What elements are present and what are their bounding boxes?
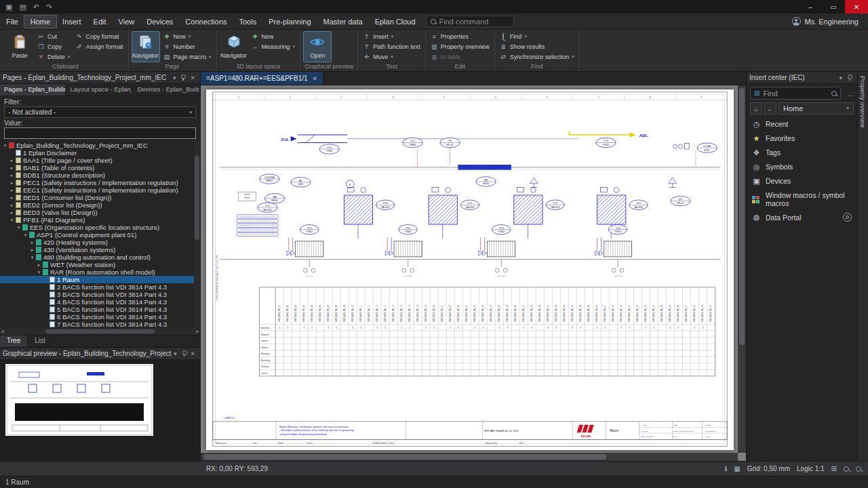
tree-item[interactable]: ▸BDB1 (Structure description): [0, 171, 200, 179]
layers-icon[interactable]: ⊞: [831, 465, 837, 472]
copy-button[interactable]: ❐Copy: [35, 42, 73, 52]
panel-tab-1[interactable]: Layout space - Eplan_Bu...: [66, 84, 133, 96]
tree-item[interactable]: ▾ASP1 (Control equipment plant 01): [0, 231, 200, 239]
tree-item[interactable]: 3 BACS function list VDI 3814 Part 4.3: [0, 291, 200, 298]
tree-item[interactable]: 7 BACS function list VDI 3814 Part 4.3: [0, 321, 200, 328]
tree-item[interactable]: ▸420 (Heating systems): [0, 239, 200, 246]
insert-center-find-input[interactable]: ⊞ Find: [750, 87, 841, 100]
tree-item[interactable]: ▾EES (Organization specific location str…: [0, 224, 200, 231]
logic-setting[interactable]: Logic 1:1: [797, 465, 825, 472]
value-input[interactable]: [4, 127, 196, 139]
breadcrumb[interactable]: Home ▾: [778, 102, 854, 115]
tree-item[interactable]: 1 Raum: [0, 276, 200, 283]
navigator-button[interactable]: Navigator: [132, 31, 160, 62]
menu-tab-eplan-cloud[interactable]: Eplan Cloud: [369, 16, 422, 28]
insert-item-data-portal[interactable]: ◍Data Portal0: [747, 210, 857, 224]
menu-tab-view[interactable]: View: [113, 16, 141, 28]
minimize-icon[interactable]: –: [799, 0, 822, 14]
tree-item[interactable]: ▸BED3 (Valve list (Design)): [0, 209, 200, 216]
app4-icon[interactable]: ↷: [46, 3, 52, 12]
canvas-horizontal-scrollbar[interactable]: [201, 453, 738, 461]
insert-item-devices[interactable]: ▣Devices: [747, 174, 857, 188]
property-overview-button[interactable]: ▥Property overview: [429, 42, 492, 52]
insert-item-symbols[interactable]: ◎Symbols: [747, 160, 857, 174]
find-button[interactable]: Find▾: [498, 32, 576, 41]
chevron-down-icon[interactable]: ▾: [171, 75, 178, 81]
info-icon[interactable]: ℹ: [724, 465, 727, 472]
user-account[interactable]: Ms. Engineering: [792, 17, 868, 26]
zoom-in-icon[interactable]: [844, 466, 849, 472]
tree-item[interactable]: 6 BACS function list VDI 3814 Part 4.3: [0, 313, 200, 321]
tab-property-overview[interactable]: Property overview: [859, 76, 867, 127]
tree-item[interactable]: ▾Eplan_Building_Technology_Project_mm_IE…: [0, 142, 200, 149]
close-icon[interactable]: ✕: [845, 0, 868, 14]
tree-item[interactable]: ▸WET (Weather station): [0, 261, 200, 268]
find-command-box[interactable]: Find command: [426, 16, 514, 27]
insert-item-tags[interactable]: ❖Tags: [747, 146, 857, 160]
insert-item-window-macros-symbol-macros[interactable]: Window macros / symbol macros: [747, 188, 857, 210]
editor-tab[interactable]: =ASP1=480.RAR+=EES&PFB1/1 ✕: [201, 72, 323, 85]
zoom-window-icon[interactable]: [856, 466, 861, 472]
tree-item[interactable]: ▸PEC1 (Safety instructions / Implementat…: [0, 179, 200, 186]
tree-item[interactable]: ▸EEC1 (Safety instructions / Implementat…: [0, 186, 200, 194]
panel-tab-0[interactable]: Pages - Eplan_Building_...: [0, 84, 66, 96]
synchronize-selection-button[interactable]: ⇄Synchronize selection▾: [498, 52, 576, 62]
insert-item-recent[interactable]: ◷Recent: [747, 117, 857, 131]
menu-tab-edit[interactable]: Edit: [87, 16, 113, 28]
chevron-down-icon[interactable]: ▾: [172, 350, 179, 357]
tree-item[interactable]: ▸BED1 (Consumer list (Design)): [0, 194, 200, 201]
tree-item[interactable]: ▸430 (Ventilation systems): [0, 246, 200, 253]
tree-item[interactable]: 1 Eplan Disclaimer: [0, 149, 200, 157]
cut-button[interactable]: ✂Cut: [35, 32, 73, 41]
insert-button[interactable]: TInsert▾: [361, 32, 422, 41]
measuring-button[interactable]: ↔Measuring▾: [250, 42, 298, 52]
tree-item[interactable]: ▸BAB1 (Table of contents): [0, 164, 200, 171]
close-icon[interactable]: ✕: [188, 350, 197, 357]
number-button[interactable]: #Number: [161, 42, 214, 52]
new-button[interactable]: ✚New: [250, 32, 298, 41]
tree-vertical-scrollbar[interactable]: [194, 141, 200, 328]
properties-button[interactable]: ≡Properties: [429, 32, 492, 41]
menu-tab-master-data[interactable]: Master data: [317, 16, 369, 28]
tree-item[interactable]: 4 BACS function list VDI 3814 Part 4.3: [0, 298, 200, 306]
home-icon[interactable]: ⌂: [750, 102, 762, 115]
pin-icon[interactable]: [846, 75, 852, 81]
pin-icon[interactable]: [181, 350, 186, 357]
menu-tab-pre-planning[interactable]: Pre-planning: [262, 16, 317, 28]
delete-button[interactable]: ✕Delete▾: [35, 52, 73, 62]
tree-item[interactable]: ▸BAA1 (Title page / cover sheet): [0, 157, 200, 164]
navigator-button[interactable]: Navigator: [220, 31, 248, 62]
paste-button[interactable]: Paste: [5, 31, 34, 62]
new-button[interactable]: ✚New▾: [161, 32, 214, 41]
page-macro-button[interactable]: ▤Page macro▾: [161, 52, 214, 62]
panel-tab-2[interactable]: Devices - Eplan_Building...: [133, 84, 200, 96]
move-button[interactable]: ✛Move▾: [361, 52, 422, 62]
tree-item[interactable]: ▾480 (Building automation and control): [0, 253, 200, 261]
more-button[interactable]: ...: [844, 89, 857, 98]
tab-list[interactable]: List: [28, 336, 53, 347]
drawing-canvas[interactable]: 0123456789Eplan_Building_Technology_Proj…: [201, 85, 746, 461]
chevron-down-icon[interactable]: ▾: [837, 75, 844, 81]
insert-item-favorites[interactable]: ★Favorites: [747, 131, 857, 146]
tree-item[interactable]: ▾RAR (Room automation shell model): [0, 268, 200, 276]
grid-setting[interactable]: Grid: 0,50 mm: [747, 465, 790, 472]
app3-icon[interactable]: ↶: [33, 3, 39, 12]
pin-icon[interactable]: [180, 75, 186, 81]
tree-item[interactable]: ▸BED2 (Sensor list (Design)): [0, 201, 200, 209]
filter-dropdown[interactable]: - Not activated - ▾: [4, 106, 196, 118]
tree-horizontal-scrollbar[interactable]: ◂▸: [0, 328, 200, 335]
back-icon[interactable]: ←: [764, 102, 776, 115]
app2-icon[interactable]: ▤: [19, 3, 26, 12]
in-table-button[interactable]: ▦In table: [429, 52, 492, 62]
drawing-sheet[interactable]: 0123456789Eplan_Building_Technology_Proj…: [206, 89, 734, 450]
menu-tab-devices[interactable]: Devices: [140, 16, 179, 28]
tree-item[interactable]: 2 BACS function list VDI 3814 Part 4.3: [0, 283, 200, 291]
tree-item[interactable]: 5 BACS function list VDI 3814 Part 4.3: [0, 306, 200, 313]
menu-tab-insert[interactable]: Insert: [56, 16, 87, 28]
app1-icon[interactable]: ▣: [5, 3, 12, 12]
grid-toggle-icon[interactable]: ▦: [734, 465, 740, 472]
menu-tab-home[interactable]: Home: [24, 16, 56, 28]
copy-format-button[interactable]: ✎Copy format: [74, 32, 125, 41]
menu-tab-file[interactable]: File: [0, 16, 24, 28]
show-results-button[interactable]: ≣Show results: [498, 42, 576, 52]
